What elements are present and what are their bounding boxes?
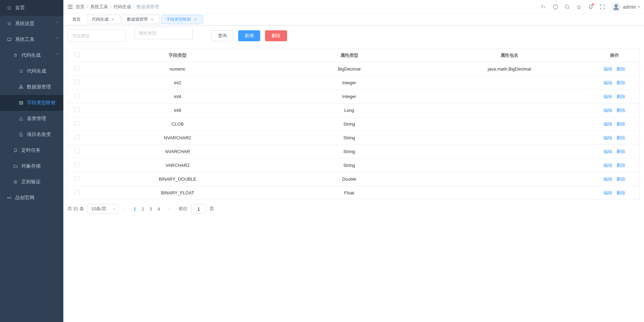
row-checkbox[interactable] bbox=[75, 190, 80, 195]
delete-link[interactable]: 删除 bbox=[616, 66, 625, 72]
close-icon[interactable]: × bbox=[110, 17, 115, 22]
edit-link[interactable]: 编辑 bbox=[603, 66, 612, 72]
edit-link[interactable]: 编辑 bbox=[603, 108, 612, 113]
edit-link[interactable]: 编辑 bbox=[603, 121, 612, 127]
select-all-checkbox[interactable] bbox=[75, 52, 80, 57]
attr-type-input[interactable] bbox=[134, 27, 193, 39]
compass-icon[interactable] bbox=[553, 4, 558, 10]
sidebar-item-7[interactable]: 基类管理 bbox=[0, 111, 63, 127]
row-checkbox[interactable] bbox=[75, 162, 80, 167]
sidebar-item-label: 系统工具 bbox=[15, 36, 34, 43]
table-row: int8Long编辑删除 bbox=[68, 104, 640, 117]
row-checkbox[interactable] bbox=[75, 80, 80, 85]
breadcrumb-item[interactable]: 系统工具 bbox=[90, 4, 108, 10]
breadcrumb-item[interactable]: 首页 bbox=[76, 4, 85, 10]
delete-link[interactable]: 删除 bbox=[616, 176, 625, 182]
col-action: 操作 bbox=[590, 49, 640, 62]
page-number[interactable]: 2 bbox=[139, 206, 147, 212]
table-row: int4Integer编辑删除 bbox=[68, 90, 640, 104]
page-size-select[interactable]: 10条/页 ▾ bbox=[87, 204, 118, 214]
svg-rect-4 bbox=[22, 88, 23, 89]
delete-link[interactable]: 删除 bbox=[616, 108, 625, 113]
tab-3[interactable]: 字段类型映射× bbox=[161, 15, 203, 24]
sidebar-item-8[interactable]: 项目名改变 bbox=[0, 127, 63, 142]
breadcrumb-item[interactable]: 代码生成 bbox=[113, 4, 131, 10]
sidebar-item-1[interactable]: 系统设置˅ bbox=[0, 16, 63, 32]
tab-2[interactable]: 数据源管理× bbox=[122, 15, 160, 24]
sidebar-item-10[interactable]: 对象存储 bbox=[0, 158, 63, 174]
page-number[interactable]: 1 bbox=[131, 206, 139, 212]
svg-point-10 bbox=[9, 197, 10, 198]
tab-0[interactable]: 首页 bbox=[67, 15, 85, 24]
text-size-icon[interactable]: TT bbox=[541, 4, 547, 10]
cell-field: CLOB bbox=[86, 117, 269, 131]
row-checkbox[interactable] bbox=[75, 66, 80, 71]
row-checkbox[interactable] bbox=[75, 121, 80, 126]
chevron-down-icon: ˅ bbox=[56, 21, 58, 26]
sidebar-item-5[interactable]: 数据源管理 bbox=[0, 79, 63, 95]
edit-link[interactable]: 编辑 bbox=[603, 135, 612, 140]
goto-input[interactable] bbox=[191, 204, 206, 214]
tab-1[interactable]: 代码生成× bbox=[87, 15, 120, 24]
delete-link[interactable]: 删除 bbox=[616, 149, 625, 154]
broadcast-icon bbox=[7, 195, 12, 200]
sidebar-item-6[interactable]: 字段类型映射 bbox=[0, 95, 63, 111]
row-checkbox[interactable] bbox=[75, 94, 80, 98]
field-type-input[interactable] bbox=[67, 30, 126, 42]
folder-icon bbox=[13, 164, 18, 169]
row-checkbox[interactable] bbox=[75, 107, 80, 112]
col-pkg-name: 属性包名 bbox=[429, 49, 589, 62]
svg-rect-3 bbox=[19, 88, 21, 89]
page-number[interactable]: 4 bbox=[155, 206, 163, 212]
next-page[interactable]: › bbox=[166, 206, 172, 212]
delete-link[interactable]: 删除 bbox=[616, 135, 625, 140]
edit-link[interactable]: 编辑 bbox=[603, 80, 612, 85]
row-checkbox[interactable] bbox=[75, 135, 80, 140]
fullscreen-icon[interactable] bbox=[600, 4, 605, 10]
total-count: 共 31 条 bbox=[67, 206, 84, 212]
sidebar-item-2[interactable]: 系统工具˄ bbox=[0, 32, 63, 47]
sidebar-item-11[interactable]: 正则验证 bbox=[0, 174, 63, 190]
search-icon[interactable] bbox=[564, 4, 570, 10]
row-checkbox[interactable] bbox=[75, 176, 80, 181]
delete-link[interactable]: 删除 bbox=[616, 163, 625, 168]
sidebar-item-label: 定时任务 bbox=[21, 147, 41, 153]
house-icon[interactable] bbox=[576, 4, 582, 10]
bell-icon bbox=[13, 148, 18, 153]
target-icon bbox=[13, 180, 18, 184]
edit-link[interactable]: 编辑 bbox=[603, 163, 612, 168]
row-checkbox[interactable] bbox=[75, 149, 80, 153]
cell-attr: Integer bbox=[269, 90, 429, 104]
delete-button[interactable]: 删除 bbox=[265, 30, 287, 41]
prev-page[interactable]: ‹ bbox=[122, 206, 127, 212]
close-icon[interactable]: × bbox=[150, 17, 155, 22]
edit-link[interactable]: 编辑 bbox=[603, 176, 612, 182]
hamburger-icon[interactable] bbox=[67, 4, 73, 10]
svg-rect-5 bbox=[19, 101, 20, 105]
cell-field: int8 bbox=[86, 104, 269, 117]
edit-link[interactable]: 编辑 bbox=[603, 94, 612, 99]
page-number[interactable]: 3 bbox=[147, 206, 155, 212]
delete-link[interactable]: 删除 bbox=[616, 121, 625, 127]
sidebar-item-9[interactable]: 定时任务 bbox=[0, 142, 63, 158]
sidebar-item-3[interactable]: 代码生成˄ bbox=[0, 47, 63, 63]
cell-field: BINARY_FLOAT bbox=[86, 186, 269, 200]
edit-link[interactable]: 编辑 bbox=[603, 149, 612, 154]
delete-link[interactable]: 删除 bbox=[616, 94, 625, 99]
cell-attr: Float bbox=[269, 186, 429, 200]
sidebar-item-0[interactable]: 首页 bbox=[0, 0, 63, 16]
sidebar-item-4[interactable]: 代码生成 bbox=[0, 63, 63, 79]
bell-icon[interactable] bbox=[588, 4, 593, 10]
close-icon[interactable]: × bbox=[193, 17, 198, 22]
sidebar-item-label: 品创官网 bbox=[15, 195, 34, 201]
delete-link[interactable]: 删除 bbox=[616, 80, 625, 85]
sidebar-item-12[interactable]: 品创官网 bbox=[0, 190, 63, 206]
edit-link[interactable]: 编辑 bbox=[603, 190, 612, 195]
delete-link[interactable]: 删除 bbox=[616, 190, 625, 195]
cell-pkg: java.math.BigDecimal bbox=[429, 62, 589, 76]
cell-attr: String bbox=[269, 145, 429, 159]
table-row: int2Integer编辑删除 bbox=[68, 76, 640, 90]
add-button[interactable]: 新增 bbox=[238, 30, 260, 41]
query-button[interactable]: 查询 bbox=[211, 30, 233, 41]
user-dropdown[interactable]: admin ▾ bbox=[611, 2, 640, 12]
